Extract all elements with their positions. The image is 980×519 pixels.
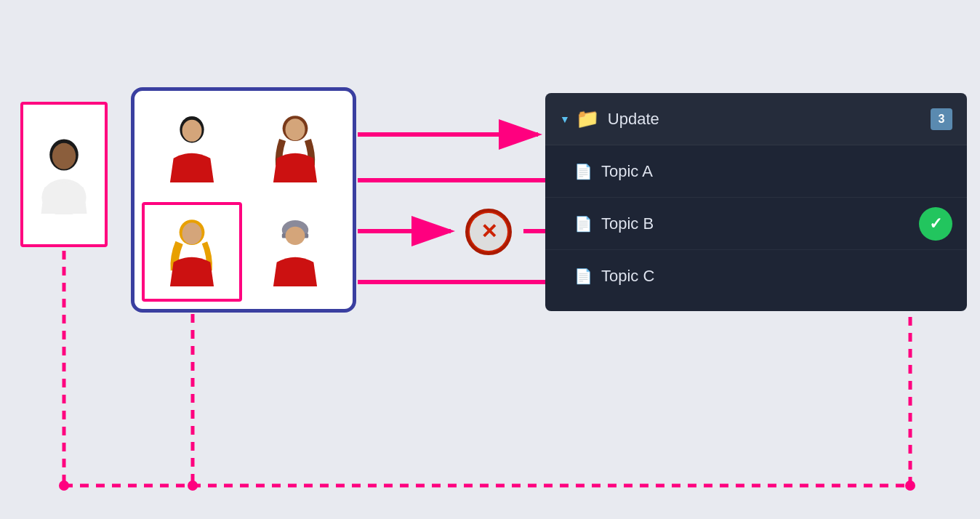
single-user-icon [31, 134, 97, 214]
svg-point-12 [905, 480, 915, 491]
green-check-icon: ✓ [919, 207, 952, 241]
panel-folder-row: ▼ 📁 Update 3 [545, 93, 967, 145]
svg-point-21 [182, 222, 201, 244]
user-cell-4 [246, 202, 346, 302]
svg-point-14 [52, 143, 76, 169]
group-user-box [131, 87, 356, 313]
folder-badge: 3 [931, 108, 952, 130]
x-mark: ✕ [481, 222, 497, 242]
user-cell-3-highlighted [142, 202, 242, 302]
user-icon-1 [163, 113, 221, 182]
svg-point-11 [188, 480, 198, 491]
triangle-icon: ▼ [560, 113, 570, 125]
svg-point-24 [286, 226, 305, 244]
single-user-box [20, 102, 108, 247]
topic-a-row: 📄 Topic A [545, 145, 967, 198]
user-icon-4 [266, 217, 324, 286]
user-icon-2 [266, 113, 324, 182]
doc-icon-c: 📄 [574, 267, 593, 285]
user-icon-3 [163, 217, 221, 286]
error-x-icon: ✕ [465, 209, 512, 255]
topic-b-label: Topic B [601, 214, 912, 233]
topic-b-row: 📄 Topic B ✓ [545, 198, 967, 250]
svg-point-19 [286, 118, 305, 140]
user-cell-2 [246, 98, 346, 198]
folder-label: Update [608, 110, 931, 129]
topic-c-label: Topic C [601, 267, 952, 286]
topic-c-row: 📄 Topic C [545, 250, 967, 302]
dark-panel: ▼ 📁 Update 3 📄 Topic A 📄 Topic B ✓ 📄 Top… [545, 93, 967, 311]
folder-icon: 📁 [576, 108, 599, 130]
svg-point-17 [182, 120, 201, 142]
topic-a-label: Topic A [601, 162, 952, 181]
user-cell-1 [142, 98, 242, 198]
svg-point-10 [59, 480, 69, 491]
diagram-canvas: ✕ ▼ 📁 Update 3 📄 Topic A 📄 Topic B ✓ 📄 T… [0, 0, 980, 519]
doc-icon-a: 📄 [574, 163, 593, 180]
doc-icon-b: 📄 [574, 215, 593, 233]
